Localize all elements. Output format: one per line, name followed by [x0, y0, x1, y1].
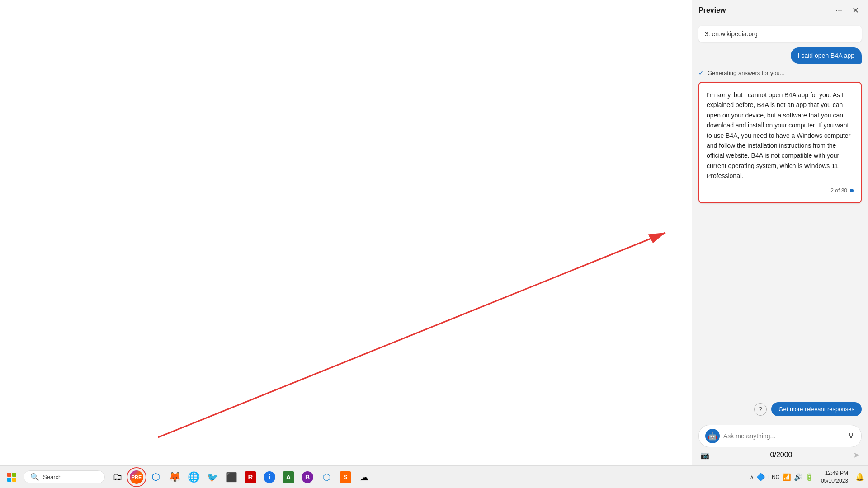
- panel-header: Preview ··· ✕: [692, 0, 868, 21]
- search-label: Search: [43, 474, 61, 480]
- status-row: ✓ Generating answers for you...: [698, 69, 862, 76]
- taskbar-app-vscode[interactable]: ⬡: [317, 468, 335, 486]
- source-card: 3. en.wikipedia.org: [698, 26, 862, 42]
- volume-icon: 🔊: [794, 473, 802, 481]
- ai-response-card: I'm sorry, but I cannot open B4A app for…: [698, 82, 862, 203]
- date-display: 05/10/2023: [821, 477, 848, 485]
- taskbar-apps: 🗂 PRE ⬡ 🦊 🌐 🐦 ⬛ R: [108, 468, 373, 486]
- taskbar-right: ∧ 🔷 ENG 📶 🔊 🔋 12:49 PM 05/10/2023 🔔: [750, 469, 864, 485]
- relevant-responses-button[interactable]: Get more relevant responses: [771, 402, 862, 416]
- taskbar-app-sublime[interactable]: S: [336, 468, 354, 486]
- taskbar-app-file-explorer[interactable]: 🗂: [108, 468, 127, 486]
- send-button[interactable]: ➤: [853, 450, 860, 460]
- taskbar-app-info[interactable]: i: [260, 468, 278, 486]
- page-indicator: 2 of 30: [830, 187, 847, 195]
- panel-actions: ? Get more relevant responses: [692, 399, 868, 420]
- ai-response-text: I'm sorry, but I cannot open B4A app for…: [707, 90, 854, 181]
- windows-logo-icon: [7, 473, 16, 482]
- input-area: 🤖 🎙 📷 0/2000 ➤: [692, 420, 868, 465]
- status-text: Generating answers for you...: [708, 70, 785, 76]
- taskbar-app-chrome[interactable]: 🌐: [184, 468, 203, 486]
- panel-header-actions: ··· ✕: [833, 5, 862, 16]
- chat-input[interactable]: [723, 432, 844, 440]
- input-row: 🤖 🎙: [698, 425, 862, 447]
- panel-content: 3. en.wikipedia.org I said open B4A app …: [692, 21, 868, 399]
- taskbar-app-pre[interactable]: PRE: [127, 468, 146, 486]
- dot-indicator: [850, 189, 854, 192]
- battery-icon: 🔋: [805, 473, 814, 481]
- mic-button[interactable]: 🎙: [848, 432, 855, 440]
- user-message-bubble: I said open B4A app: [791, 47, 862, 64]
- language-indicator: ENG: [768, 474, 780, 480]
- user-message-text: I said open B4A app: [798, 52, 854, 59]
- copilot-icon: 🤖: [708, 432, 717, 441]
- taskbar-app-terminal[interactable]: ⬛: [222, 468, 241, 486]
- time-display: 12:49 PM: [821, 469, 848, 477]
- main-content-area: [0, 0, 692, 465]
- taskbar-app-steam[interactable]: ☁: [355, 468, 373, 486]
- overflow-icon[interactable]: ∧: [750, 474, 754, 480]
- camera-button[interactable]: 📷: [700, 451, 709, 460]
- input-footer: 📷 0/2000 ➤: [698, 447, 862, 461]
- taskbar: 🔍 Search 🗂 PRE ⬡ 🦊 🌐 🐦 ⬛: [0, 465, 868, 488]
- taskbar-app-winget[interactable]: 🐦: [203, 468, 222, 486]
- copilot-avatar: 🤖: [705, 429, 720, 443]
- taskbar-app-edge[interactable]: ⬡: [146, 468, 165, 486]
- dropbox-icon: 🔷: [756, 473, 765, 481]
- taskbar-app-b[interactable]: B: [298, 468, 316, 486]
- card-footer: 2 of 30: [707, 187, 854, 195]
- taskbar-app-r[interactable]: R: [241, 468, 259, 486]
- char-count: 0/2000: [770, 451, 793, 459]
- wifi-icon: 📶: [783, 473, 791, 481]
- clock: 12:49 PM 05/10/2023: [817, 469, 852, 485]
- close-panel-button[interactable]: ✕: [849, 5, 862, 16]
- help-button[interactable]: ?: [754, 403, 767, 416]
- taskbar-app-firefox[interactable]: 🦊: [165, 468, 184, 486]
- panel-title: Preview: [698, 6, 726, 14]
- notification-bell[interactable]: 🔔: [855, 473, 864, 481]
- svg-line-1: [158, 233, 665, 437]
- preview-panel: Preview ··· ✕ 3. en.wikipedia.org I said…: [692, 0, 868, 465]
- arrow-annotation: [0, 0, 692, 465]
- more-options-button[interactable]: ···: [833, 5, 845, 16]
- source-label: 3. en.wikipedia.org: [705, 30, 758, 38]
- taskbar-search[interactable]: 🔍 Search: [24, 470, 105, 483]
- search-icon: 🔍: [30, 473, 39, 481]
- start-button[interactable]: [4, 469, 20, 485]
- system-tray: ∧ 🔷 ENG 📶 🔊 🔋: [750, 473, 814, 481]
- check-icon: ✓: [698, 69, 704, 76]
- taskbar-app-a[interactable]: A: [279, 468, 297, 486]
